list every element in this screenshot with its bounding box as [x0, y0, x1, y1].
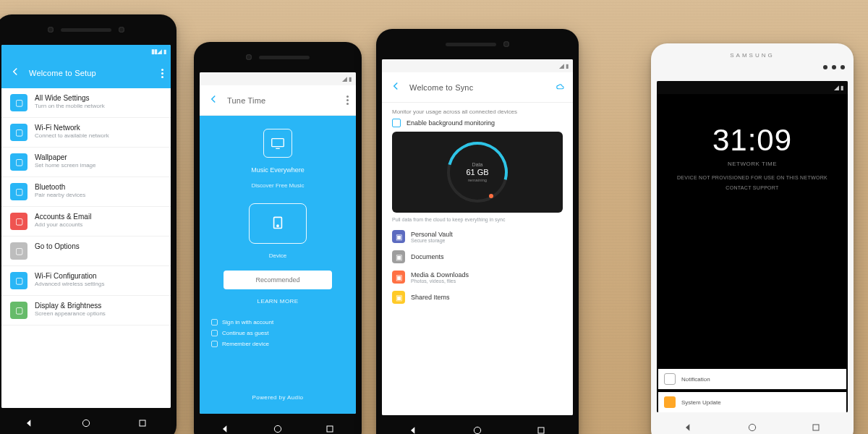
- option-label: Remember device: [222, 341, 269, 347]
- settings-row[interactable]: ▢ All Wide Settings Turn on the mobile n…: [1, 88, 171, 118]
- row-title: Bluetooth: [35, 183, 162, 191]
- back-icon[interactable]: [207, 93, 220, 109]
- row-icon: ▢: [10, 302, 27, 319]
- storage-row[interactable]: ▣ Personal Vault Secure storage: [392, 226, 563, 247]
- row-title: Display & Brightness: [35, 302, 162, 310]
- more-icon[interactable]: [161, 69, 163, 78]
- notification-title: System Update: [681, 399, 721, 406]
- row-subtitle: Advanced wireless settings: [35, 281, 162, 287]
- footer-label: Powered by Audio: [252, 394, 304, 401]
- app-bar-title: Welcome to Setup: [29, 69, 154, 77]
- signal-icon: ◢: [834, 84, 838, 91]
- option-row[interactable]: Remember device: [211, 341, 344, 347]
- nav-home-icon[interactable]: [271, 422, 284, 434]
- battery-icon: ▮: [349, 76, 352, 82]
- feature-card[interactable]: [249, 203, 307, 244]
- settings-row[interactable]: ▢ Wallpaper Set home screen image: [1, 148, 171, 177]
- nav-recent-icon[interactable]: [809, 421, 822, 434]
- storage-row[interactable]: ▣ Shared Items: [392, 287, 563, 307]
- checkbox-row[interactable]: Enable background monitoring: [392, 119, 563, 127]
- ring-center: Data 61 GB remaining: [466, 162, 488, 183]
- row-icon: ▢: [10, 183, 27, 200]
- svg-point-7: [474, 427, 480, 433]
- row-icon: ▢: [10, 124, 27, 141]
- display-icon: [263, 129, 292, 158]
- app-bar: Tune Time: [200, 85, 356, 116]
- lock-message-2: Contact support: [711, 184, 793, 192]
- checkbox-label: Enable background monitoring: [407, 119, 495, 127]
- nav-back-icon[interactable]: [682, 421, 695, 434]
- signal-icon: ◢: [559, 62, 563, 69]
- secondary-link[interactable]: LEARN MORE: [258, 298, 299, 305]
- row-subtitle: Screen appearance options: [35, 310, 162, 317]
- android-nav-bar: [657, 415, 848, 434]
- camera-dot: [503, 41, 509, 47]
- storage-row[interactable]: ▣ Documents: [392, 247, 563, 267]
- option-row[interactable]: Sign in with account: [211, 319, 344, 326]
- row-icon: ▣: [392, 291, 405, 304]
- android-nav-bar: [382, 418, 573, 434]
- app-bar-title: Tune Time: [227, 96, 339, 105]
- back-icon[interactable]: [389, 80, 402, 95]
- ring-sub: remaining: [466, 178, 488, 183]
- notification-card[interactable]: Notification: [658, 369, 846, 389]
- storage-row[interactable]: ▣ Media & Downloads Photos, videos, file…: [392, 267, 563, 287]
- nav-recent-icon[interactable]: [323, 422, 336, 434]
- notification-card[interactable]: System Update: [658, 392, 846, 412]
- row-icon: ▣: [392, 271, 405, 284]
- nav-recent-icon[interactable]: [535, 424, 548, 434]
- settings-row[interactable]: ▢ Bluetooth Pair nearby devices: [1, 177, 171, 207]
- row-title: Media & Downloads: [411, 271, 469, 278]
- lock-message-1: Device not provisioned for use on this n…: [663, 174, 842, 182]
- usage-widget: Data 61 GB remaining: [392, 132, 563, 213]
- ring-value: 61 GB: [466, 168, 488, 177]
- primary-button[interactable]: Recommended: [224, 271, 332, 289]
- option-label: Continue as guest: [222, 330, 269, 336]
- checkbox-icon: [211, 341, 218, 347]
- android-nav-bar: [1, 411, 171, 434]
- status-bar: ▮▮◢ ▮: [1, 45, 171, 58]
- clock-sub: Network Time: [728, 161, 777, 167]
- option-row[interactable]: Continue as guest: [211, 330, 344, 336]
- settings-row[interactable]: ▢ Accounts & Email Add your accounts: [1, 207, 171, 237]
- row-title: Accounts & Email: [35, 213, 162, 221]
- row-icon: ▢: [10, 242, 27, 260]
- settings-row[interactable]: ▢ Wi-Fi Network Connect to available net…: [1, 118, 171, 148]
- clock-time: 31:09: [712, 123, 792, 158]
- options-group: Sign in with accountContinue as guestRem…: [211, 319, 344, 347]
- brand-label: SAMSUNG: [730, 52, 774, 59]
- phone-1-bezel: [0, 14, 176, 45]
- settings-row[interactable]: ▢ Wi-Fi Configuration Advanced wireless …: [1, 266, 171, 296]
- ring-marker: [489, 194, 493, 198]
- phone-3: ◢ ▮ Welcome to Sync Monitor your usage a…: [376, 29, 579, 434]
- app-bar: Welcome to Setup: [1, 58, 171, 88]
- nav-home-icon[interactable]: [80, 417, 93, 430]
- nav-back-icon[interactable]: [407, 424, 420, 434]
- camera-dot: [48, 27, 54, 33]
- cloud-icon[interactable]: [556, 82, 566, 93]
- row-icon: ▣: [392, 230, 405, 243]
- nav-back-icon[interactable]: [219, 422, 232, 434]
- settings-row[interactable]: ▢ Go to Options: [1, 237, 171, 266]
- row-subtitle: Turn on the mobile network: [35, 103, 162, 109]
- nav-recent-icon[interactable]: [136, 417, 149, 430]
- row-title: Personal Vault: [411, 231, 453, 238]
- nav-home-icon[interactable]: [746, 421, 759, 434]
- lock-screen[interactable]: 31:09 Network Time Device not provisione…: [657, 94, 848, 412]
- row-title: Wi-Fi Configuration: [35, 272, 162, 280]
- settings-list: ▢ All Wide Settings Turn on the mobile n…: [1, 88, 171, 408]
- onboarding-panel: Music Everywhere Discover Free Music Dev…: [200, 116, 356, 414]
- checkbox-icon: [392, 119, 401, 127]
- nav-home-icon[interactable]: [471, 424, 484, 434]
- row-subtitle: Set home screen image: [35, 162, 162, 169]
- more-icon[interactable]: [346, 95, 349, 105]
- phone-2: ◢ ▮ Tune Time Music Everywhere Discover …: [194, 42, 362, 434]
- row-subtitle: Pair nearby devices: [35, 192, 162, 198]
- settings-row[interactable]: ▢ Display & Brightness Screen appearance…: [1, 296, 171, 326]
- nav-back-icon[interactable]: [23, 417, 36, 430]
- speaker-grille: [259, 56, 310, 59]
- camera-dot: [246, 54, 252, 60]
- svg-rect-2: [272, 139, 284, 147]
- signal-icon: ◢: [342, 75, 346, 82]
- back-icon[interactable]: [9, 65, 22, 81]
